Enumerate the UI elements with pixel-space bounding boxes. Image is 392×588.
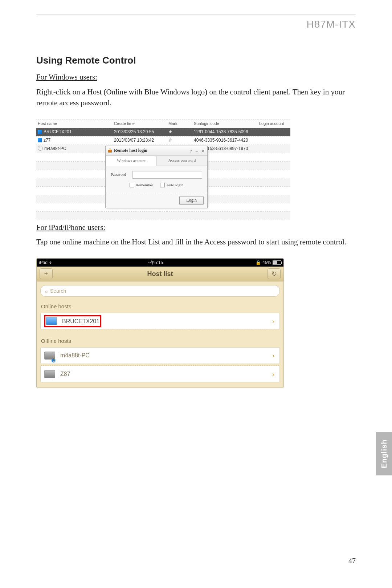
col-account[interactable]: Login account — [258, 119, 290, 128]
chevron-right-icon: › — [272, 316, 274, 326]
lock-icon: 🔒 — [256, 260, 261, 266]
login-button[interactable]: Login — [179, 196, 204, 204]
offline-host-item[interactable]: ⏻ m4a88t-PC › — [40, 347, 280, 364]
power-icon — [38, 146, 43, 151]
table-row[interactable]: BRUCETX201 2013/03/25 13:29:55 ★ 1261-00… — [36, 128, 290, 136]
language-tab[interactable]: English — [376, 432, 392, 475]
password-input[interactable] — [132, 171, 202, 179]
windows-icon — [38, 130, 42, 134]
tab-access-password[interactable]: Access password — [157, 156, 207, 166]
nav-title: Host list — [53, 269, 268, 279]
add-button[interactable]: + — [40, 268, 53, 279]
col-hostname[interactable]: Host name — [36, 119, 113, 128]
section-online: Online hosts — [41, 303, 279, 311]
star-icon: ★ — [167, 128, 192, 136]
dialog-title: Remote host login — [114, 147, 147, 154]
close-icon[interactable]: ✕ — [200, 149, 205, 153]
page-number: 47 — [348, 556, 356, 566]
chevron-right-icon: › — [272, 351, 274, 360]
star-icon: ☆ — [167, 136, 192, 145]
col-createtime[interactable]: Create time — [113, 119, 167, 128]
online-host-item[interactable]: BRUCETX201 › — [40, 313, 280, 329]
refresh-button[interactable]: ↻ — [268, 268, 281, 279]
remote-login-dialog: Remote host login ? – ✕ Windows account … — [105, 146, 208, 208]
remember-checkbox[interactable]: Remember — [130, 182, 153, 188]
chevron-right-icon: › — [272, 369, 274, 379]
ios-paragraph: Tap one online machine on the Host List … — [36, 236, 356, 247]
offline-host-item[interactable]: Z87 › — [40, 366, 280, 382]
wifi-icon: ᯤ — [49, 260, 53, 266]
monitor-icon — [46, 317, 57, 325]
autologin-checkbox[interactable]: Auto login — [160, 182, 183, 188]
section-offline: Offline hosts — [41, 337, 279, 345]
password-label: Password — [111, 172, 132, 178]
windows-subtitle: For Windows users: — [36, 72, 356, 82]
section-title: Using Remote Control — [36, 54, 356, 68]
tab-windows-account[interactable]: Windows account — [106, 156, 157, 166]
battery-icon — [273, 260, 281, 265]
lock-icon — [108, 149, 112, 153]
help-icon[interactable]: ? — [188, 149, 193, 153]
status-time: 下午5:15 — [53, 260, 256, 266]
search-icon: ⌕ — [45, 287, 48, 295]
minimize-icon[interactable]: – — [194, 149, 199, 153]
windows-icon — [38, 138, 42, 142]
product-header: H87M-ITX — [36, 17, 356, 32]
col-sunlogin[interactable]: Sunlogin code — [192, 119, 258, 128]
power-badge-icon: ⏻ — [52, 358, 56, 362]
windows-paragraph: Right-click on a Host (Online with Blue … — [36, 86, 356, 109]
search-input[interactable]: ⌕ Search — [40, 285, 280, 297]
ipad-screenshot: iPad ᯤ 下午5:15 🔒 45% + Host list ↻ ⌕ Sear… — [36, 258, 284, 388]
monitor-icon — [44, 370, 55, 378]
table-row[interactable]: z77 2013/03/07 13:23:42 ☆ 4046-3335-9016… — [36, 136, 290, 145]
status-device: iPad — [39, 260, 48, 266]
col-mark[interactable]: Mark — [167, 119, 192, 128]
battery-percent: 45% — [262, 260, 271, 266]
